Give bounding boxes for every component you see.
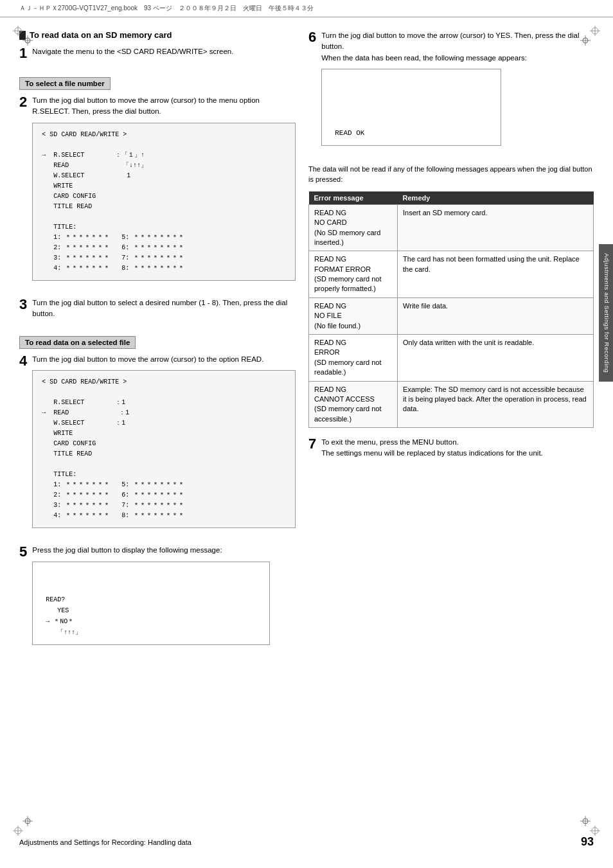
main-content: To read data on an SD memory card 1 Navi… — [0, 17, 613, 675]
section-heading-text: To read data on an SD memory card — [30, 30, 172, 40]
step-4-highlight: To read data on a selected file — [19, 336, 136, 349]
step-5-number: 5 — [19, 545, 27, 559]
step-6-text: Turn the jog dial button to move the arr… — [321, 31, 579, 50]
header-text: ＡＪ－ＨＰＸ2700G-VQT1V27_eng.book 93 ページ ２００８… — [19, 4, 314, 13]
step-4-number: 4 — [19, 354, 27, 368]
error-table-header-remedy: Remedy — [398, 191, 594, 205]
corner-mark-br — [590, 826, 600, 836]
remedy-cell-4: Example: The SD memory card is not acces… — [398, 381, 594, 428]
footer-left-text: Adjustments and Settings for Recording: … — [19, 838, 191, 846]
step-5: 5 Press the jog dial button to display t… — [19, 545, 296, 651]
step-3-number: 3 — [19, 297, 27, 312]
page-number: 93 — [581, 835, 594, 849]
step-4-text: Turn the jog dial button to move the arr… — [32, 355, 263, 363]
step-2: To select a file number 2 Turn the jog d… — [19, 71, 296, 287]
step-3: 3 Turn the jog dial button to select a d… — [19, 297, 296, 320]
inner-corner-mark-br — [580, 816, 591, 826]
step-2-number: 2 — [19, 95, 27, 109]
step-6-content: Turn the jog dial button to move the arr… — [321, 30, 594, 154]
error-cell-2: READ NGNO FILE(No file found.) — [309, 297, 398, 334]
error-table: Error message Remedy READ NGNO CARD(No S… — [308, 191, 594, 428]
side-tab: Adjustments and Settings for Recording — [599, 244, 613, 382]
remedy-cell-2: Write file data. — [398, 297, 594, 334]
step-7: 7 To exit the menu, press the MENU butto… — [308, 437, 594, 459]
page-footer: Adjustments and Settings for Recording: … — [0, 835, 613, 849]
step-1: 1 Navigate the menu to the <SD CARD READ… — [19, 46, 296, 60]
step-2-text: Turn the jog dial button to move the arr… — [32, 96, 260, 115]
error-cell-3: READ NGERROR(SD memory card not readable… — [309, 335, 398, 382]
error-cell-4: READ NGCANNOT ACCESS(SD memory card not … — [309, 381, 398, 428]
step-3-content: Turn the jog dial button to select a des… — [32, 297, 296, 320]
error-table-row-3: READ NGERROR(SD memory card not readable… — [309, 335, 594, 382]
step-2-content: Turn the jog dial button to move the arr… — [32, 95, 296, 287]
remedy-cell-3: Only data written with the unit is reada… — [398, 335, 594, 382]
inner-corner-mark-tl — [22, 35, 33, 46]
inner-corner-mark-tr — [580, 35, 591, 46]
read-ok-text: READ OK — [335, 128, 364, 139]
error-table-row-2: READ NGNO FILE(No file found.)Write file… — [309, 297, 594, 334]
step-7-content: To exit the menu, press the MENU button.… — [321, 437, 594, 459]
error-table-row-0: READ NGNO CARD(No SD memory card inserte… — [309, 204, 594, 251]
error-cell-0: READ NGNO CARD(No SD memory card inserte… — [309, 204, 398, 251]
error-table-header-error: Error message — [309, 191, 398, 205]
step-1-number: 1 — [19, 46, 27, 60]
inner-corner-mark-bl — [22, 816, 33, 826]
step-6-sub-text: When the data has been read, the followi… — [321, 54, 527, 62]
step-5-text: Press the jog dial button to display the… — [32, 546, 222, 554]
error-cell-1: READ NGFORMAT ERROR(SD memory card not p… — [309, 251, 398, 298]
remedy-cell-1: The card has not been formatted using th… — [398, 251, 594, 298]
corner-mark-bl — [13, 826, 23, 836]
step-7-text: To exit the menu, press the MENU button. — [321, 438, 459, 446]
right-column: 6 Turn the jog dial button to move the a… — [308, 30, 594, 662]
data-not-read-note: The data will not be read if any of the … — [308, 164, 594, 185]
step-4-screen: < SD CARD READ/WRITE > R.SELECT ：1 → REA… — [32, 370, 296, 528]
corner-mark-tr — [590, 26, 600, 36]
step-4: To read data on a selected file 4 Turn t… — [19, 330, 296, 535]
step-3-text: Turn the jog dial button to select a des… — [32, 299, 287, 317]
step-5-prompt-text: READ? YES→ ＊NO＊ 「↑↑↑」 — [46, 594, 82, 638]
error-table-row-4: READ NGCANNOT ACCESS(SD memory card not … — [309, 381, 594, 428]
step-1-text: Navigate the menu to the <SD CARD READ/W… — [32, 48, 233, 55]
corner-mark-tl — [13, 26, 23, 36]
step-5-content: Press the jog dial button to display the… — [32, 545, 296, 651]
step-6: 6 Turn the jog dial button to move the a… — [308, 30, 594, 154]
step-6-number: 6 — [308, 30, 316, 44]
step-7-number: 7 — [308, 437, 316, 451]
step-4-content: Turn the jog dial button to move the arr… — [32, 354, 296, 535]
step-1-content: Navigate the menu to the <SD CARD READ/W… — [32, 46, 296, 57]
read-ok-box: READ OK — [321, 69, 501, 146]
step-2-screen: < SD CARD READ/WRITE > → R.SELECT ：「１」↑ … — [32, 123, 296, 281]
step-5-prompt-box: READ? YES→ ＊NO＊ 「↑↑↑」 — [32, 562, 270, 645]
section-heading: To read data on an SD memory card — [19, 30, 296, 40]
error-table-row-1: READ NGFORMAT ERROR(SD memory card not p… — [309, 251, 594, 298]
left-column: To read data on an SD memory card 1 Navi… — [19, 30, 296, 662]
page-header: ＡＪ－ＨＰＸ2700G-VQT1V27_eng.book 93 ページ ２００８… — [0, 0, 613, 17]
step-2-highlight: To select a file number — [19, 77, 111, 90]
remedy-cell-0: Insert an SD memory card. — [398, 204, 594, 251]
step-7-sub-text: The settings menu will be replaced by st… — [321, 449, 543, 457]
